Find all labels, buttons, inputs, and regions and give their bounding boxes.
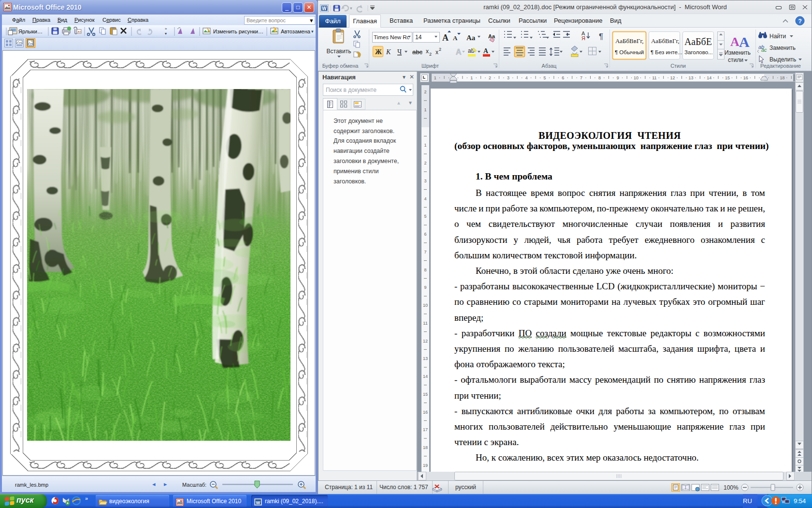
svg-text:4: 4	[525, 75, 528, 80]
svg-text:2: 2	[429, 52, 432, 57]
svg-text:?: ?	[798, 18, 802, 25]
svg-text:АаБбЕ: АаБбЕ	[684, 36, 712, 47]
svg-text:x: x	[435, 49, 438, 56]
svg-text:Ж: Ж	[375, 48, 382, 56]
svg-text:»: »	[165, 27, 167, 31]
svg-text:Я: Я	[581, 35, 585, 41]
svg-text:Редактирование: Редактирование	[760, 63, 801, 69]
svg-text:стили: стили	[728, 57, 743, 63]
svg-text:13: 13	[688, 75, 693, 80]
svg-text:1: 1	[424, 107, 426, 112]
svg-text:10: 10	[423, 303, 428, 308]
svg-text:8: 8	[598, 75, 601, 80]
svg-text:А: А	[453, 34, 458, 42]
svg-text:1: 1	[424, 143, 426, 148]
svg-text:Аа: Аа	[466, 34, 476, 42]
svg-text:Ч: Ч	[397, 48, 402, 56]
svg-text:»: »	[85, 495, 88, 501]
svg-text:Автозамена: Автозамена	[281, 29, 311, 34]
svg-text:4: 4	[424, 196, 426, 201]
svg-text:18: 18	[423, 445, 428, 450]
svg-text:АаБбВвГг,: АаБбВвГг,	[615, 37, 644, 45]
svg-text:12: 12	[423, 339, 428, 344]
svg-text:Times New Rc: Times New Rc	[374, 34, 410, 40]
svg-text:¶: ¶	[599, 32, 603, 41]
svg-text:16: 16	[743, 75, 748, 80]
svg-text:10: 10	[634, 75, 638, 80]
svg-text:Стили: Стили	[670, 63, 686, 69]
svg-text:3: 3	[507, 75, 509, 80]
svg-text:2: 2	[424, 161, 426, 165]
svg-text:АаБбВвГг,: АаБбВвГг,	[651, 37, 680, 45]
svg-text:11: 11	[652, 75, 656, 80]
svg-text:9:54: 9:54	[794, 497, 806, 505]
svg-text:6: 6	[424, 232, 426, 237]
svg-text:14: 14	[423, 374, 428, 379]
svg-text:А: А	[730, 35, 740, 49]
svg-text:2: 2	[424, 90, 426, 94]
svg-text:8: 8	[424, 268, 426, 272]
svg-text:Буфер обмена: Буфер обмена	[322, 63, 359, 69]
svg-text:Ярлыки…: Ярлыки…	[18, 29, 43, 34]
svg-text:15: 15	[423, 392, 428, 397]
svg-text:W: W	[256, 500, 261, 505]
svg-text:Изменить рисунки…: Изменить рисунки…	[213, 29, 263, 34]
svg-text:9: 9	[424, 285, 426, 290]
svg-text:А: А	[739, 34, 750, 50]
svg-text:19: 19	[423, 463, 428, 468]
svg-text:▾: ▾	[350, 6, 352, 11]
svg-text:Выделить: Выделить	[769, 56, 796, 63]
svg-text:16: 16	[423, 410, 428, 415]
svg-text:15: 15	[725, 75, 730, 80]
svg-text:А: А	[442, 33, 449, 43]
svg-text:А: А	[483, 47, 489, 55]
svg-text:12: 12	[670, 75, 675, 80]
svg-text:К: К	[386, 48, 391, 56]
svg-text:¶ Без инте...: ¶ Без инте...	[651, 49, 682, 55]
svg-text:Найти: Найти	[769, 33, 786, 40]
svg-text:5: 5	[543, 75, 546, 80]
svg-text:Заголово...: Заголово...	[684, 49, 713, 55]
svg-text:Вставить: Вставить	[327, 48, 351, 55]
svg-text:А: А	[456, 48, 462, 56]
svg-text:18: 18	[780, 75, 784, 80]
svg-text:11: 11	[423, 321, 427, 326]
svg-text:100%: 100%	[724, 484, 739, 491]
svg-text:¶ Обычный: ¶ Обычный	[615, 49, 644, 55]
svg-text:14: 14	[707, 75, 711, 80]
svg-text:5: 5	[424, 214, 426, 219]
svg-text:2: 2	[439, 47, 441, 52]
svg-text:1: 1	[470, 75, 473, 80]
svg-text:x: x	[426, 48, 429, 55]
svg-text:abc: abc	[412, 48, 422, 56]
svg-text:2: 2	[489, 75, 491, 80]
svg-text:17: 17	[423, 427, 428, 432]
svg-text:6: 6	[562, 75, 564, 80]
svg-text:▾: ▾	[311, 29, 314, 34]
svg-text:14: 14	[415, 34, 422, 41]
svg-text:Шрифт: Шрифт	[421, 63, 439, 69]
svg-text:13: 13	[423, 356, 428, 361]
svg-text:Изменить: Изменить	[725, 49, 751, 56]
svg-text:1: 1	[434, 75, 436, 80]
svg-text:Абзац: Абзац	[542, 63, 557, 69]
svg-text:7: 7	[580, 75, 582, 80]
svg-text:ac: ac	[761, 47, 767, 53]
svg-text:7: 7	[424, 250, 426, 254]
svg-text:W: W	[322, 6, 327, 11]
svg-text:▾: ▾	[165, 31, 167, 36]
svg-text:Заменить: Заменить	[769, 45, 796, 51]
svg-text:9: 9	[617, 75, 619, 80]
svg-text:3: 3	[424, 179, 426, 183]
